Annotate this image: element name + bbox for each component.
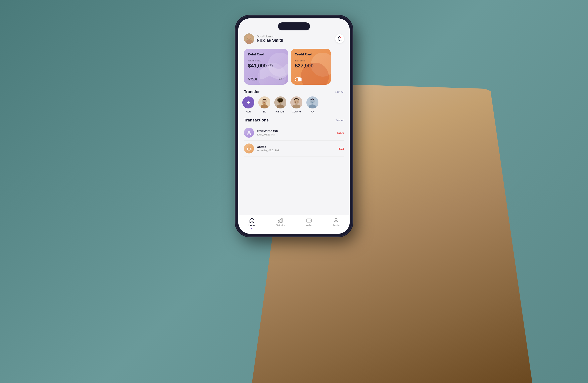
nav-home[interactable]: Home	[249, 217, 255, 229]
svg-point-14	[263, 101, 264, 101]
dynamic-island	[278, 22, 310, 30]
credit-card-type: Credit Card	[295, 53, 327, 56]
user-name: Nicolas Smith	[257, 38, 283, 43]
svg-rect-38	[307, 219, 312, 222]
svg-point-33	[313, 101, 314, 101]
transactions-see-all[interactable]: See All	[335, 119, 344, 122]
transaction-coffee-date: Yesterday, 03:51 PM	[257, 149, 335, 152]
header-left: Good Morning, Nicolas Smith	[244, 33, 283, 44]
svg-point-39	[310, 221, 311, 221]
scene: Good Morning, Nicolas Smith	[0, 0, 588, 383]
svg-point-6	[340, 37, 341, 38]
statistics-label: Statistics	[275, 224, 285, 227]
jay-name: Jay	[310, 110, 315, 113]
cards-section: Debit Card Total Balance $41,000 VISA 12…	[238, 47, 350, 86]
card-expiry: 12/05	[277, 78, 284, 81]
transaction-transfer-info: Transfer to Siti Today, 08:23 PM	[257, 129, 334, 136]
avatar[interactable]	[244, 33, 254, 44]
nav-wallet[interactable]: Wallet	[306, 217, 312, 229]
transaction-transfer-name: Transfer to Siti	[257, 129, 334, 133]
transfer-add-item[interactable]: Add	[242, 96, 254, 113]
svg-rect-37	[281, 218, 282, 222]
phone-device: Good Morning, Nicolas Smith	[236, 16, 352, 236]
statistics-icon	[278, 217, 283, 223]
transactions-list: Transfer to Siti Today, 08:23 PM -$326	[238, 125, 350, 215]
svg-point-0	[244, 33, 254, 44]
card-decoration	[260, 59, 288, 79]
transactions-title: Transactions	[244, 118, 269, 122]
transaction-coffee-icon	[244, 143, 254, 153]
avatar-svg	[244, 33, 254, 44]
svg-point-20	[279, 101, 280, 102]
svg-point-4	[250, 37, 250, 38]
transaction-coffee-name: Coffee	[257, 145, 335, 149]
catlyne-face	[290, 96, 302, 108]
svg-point-1	[247, 35, 251, 40]
bottom-navigation: Home Statistics	[238, 215, 350, 234]
transfer-jay[interactable]: Jay	[306, 96, 318, 113]
transaction-transfer-icon	[244, 128, 254, 138]
jay-face	[306, 96, 318, 108]
header-text: Good Morning, Nicolas Smith	[257, 35, 283, 43]
wallet-label: Wallet	[306, 224, 312, 227]
transfer-icon	[246, 130, 252, 135]
credit-card-toggle[interactable]	[295, 77, 302, 81]
transaction-coffee-info: Coffee Yesterday, 03:51 PM	[257, 145, 335, 152]
debit-card[interactable]: Debit Card Total Balance $41,000 VISA 12…	[244, 49, 288, 85]
transaction-transfer-amount: -$326	[336, 131, 344, 134]
jay-avatar	[306, 96, 318, 108]
phone-screen: Good Morning, Nicolas Smith	[238, 19, 350, 234]
visa-logo: VISA	[248, 77, 257, 81]
transaction-transfer-siti[interactable]: Transfer to Siti Today, 08:23 PM -$326	[244, 125, 344, 141]
transactions-section-header: Transactions See All	[238, 115, 350, 125]
transaction-coffee-amount: -$22	[338, 147, 344, 150]
home-icon	[249, 217, 255, 223]
transfer-catlyne[interactable]: Catlyne	[290, 96, 302, 113]
home-active-dot	[251, 228, 252, 229]
transaction-transfer-date: Today, 08:23 PM	[257, 133, 334, 136]
transfer-section-header: Transfer See All	[238, 86, 350, 96]
nav-profile[interactable]: Profile	[333, 217, 339, 229]
hamdun-avatar	[274, 96, 286, 108]
add-contact-label: Add	[246, 110, 251, 113]
siti-avatar	[258, 96, 270, 108]
svg-point-2	[246, 40, 252, 44]
hamdun-face	[274, 96, 286, 108]
coffee-icon	[246, 146, 252, 151]
user-avatar-image	[244, 33, 254, 44]
svg-point-3	[248, 37, 249, 38]
transfer-siti[interactable]: Siti	[258, 96, 270, 113]
svg-point-26	[297, 101, 298, 101]
debit-card-footer: VISA 12/05	[248, 77, 284, 81]
profile-icon	[333, 217, 339, 223]
svg-point-40	[335, 218, 337, 221]
nav-statistics[interactable]: Statistics	[275, 217, 285, 229]
plus-icon	[246, 100, 251, 105]
add-contact-button[interactable]	[242, 96, 254, 108]
hamdun-name: Hamdun	[275, 110, 285, 113]
transfer-see-all[interactable]: See All	[335, 90, 344, 94]
notification-button[interactable]	[335, 34, 344, 43]
svg-point-5	[339, 40, 340, 41]
debit-card-type: Debit Card	[248, 53, 284, 56]
catlyne-avatar	[290, 96, 302, 108]
svg-point-21	[281, 101, 282, 102]
credit-limit-label: Total Limit	[295, 59, 327, 62]
profile-label: Profile	[333, 224, 339, 227]
siti-face	[258, 96, 270, 108]
transaction-coffee[interactable]: Coffee Yesterday, 03:51 PM -$22	[244, 141, 344, 156]
balance-eye-icon[interactable]	[268, 64, 273, 67]
svg-point-7	[269, 64, 273, 67]
credit-card-footer	[295, 77, 327, 81]
wallet-icon	[306, 217, 312, 223]
credit-card[interactable]: Credit Card Total Limit $37,000	[291, 49, 331, 85]
transfer-title: Transfer	[244, 89, 260, 94]
svg-point-25	[295, 101, 296, 101]
bell-icon	[337, 36, 342, 41]
svg-rect-35	[278, 221, 279, 223]
svg-point-32	[311, 101, 312, 101]
transfer-list: Add	[238, 96, 350, 115]
transfer-hamdun[interactable]: Hamdun	[274, 96, 286, 113]
credit-limit: $37,000	[295, 63, 327, 69]
svg-point-27	[294, 101, 296, 102]
